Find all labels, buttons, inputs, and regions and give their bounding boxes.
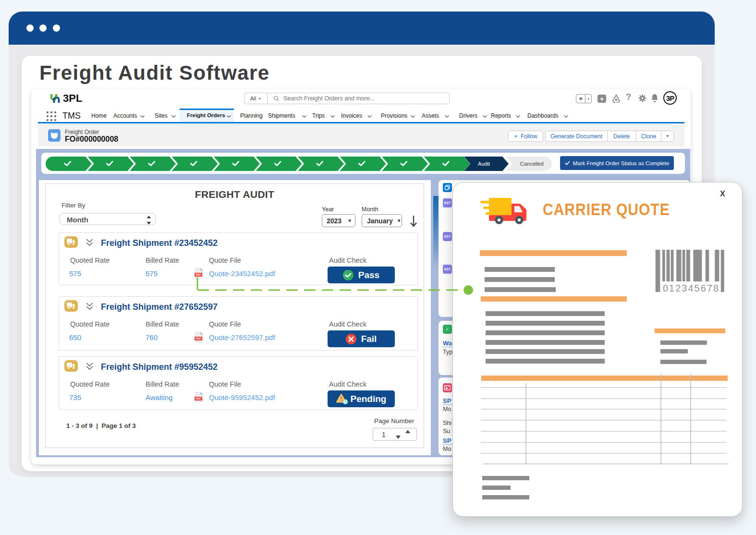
svg-text:PDF: PDF [196,273,202,276]
svg-text:PDF: PDF [196,397,202,400]
svg-text:Cancelled: Cancelled [520,161,544,167]
svg-text:Audit: Audit [478,161,490,167]
svg-text:PDF: PDF [196,337,202,340]
svg-text:012345678: 012345678 [663,283,719,292]
